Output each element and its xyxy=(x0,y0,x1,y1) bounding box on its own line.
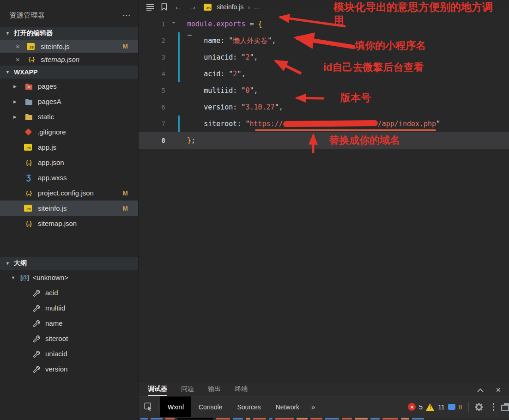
open-editor-sitemap.json[interactable]: ×{..}sitemap.json xyxy=(0,53,138,66)
dock-panels-icon[interactable] xyxy=(501,403,509,411)
code-line-2[interactable]: 2 name: "懒人外卖卷", xyxy=(139,32,509,49)
warning-badge-icon[interactable] xyxy=(426,403,435,411)
code-line-1[interactable]: 1›module.exports = {… xyxy=(139,16,509,32)
open-editor-siteinfo.js[interactable]: ×JSsiteinfo.jsM xyxy=(0,40,138,53)
back-arrow-icon[interactable]: ← xyxy=(174,2,182,12)
chevron-right-icon[interactable]: ▶ xyxy=(13,79,17,94)
chevron-down-icon: ▼ xyxy=(11,275,15,280)
more-tabs-icon[interactable]: » xyxy=(311,403,315,411)
panel-tab-问题[interactable]: 问题 xyxy=(181,385,194,396)
panel-tab-终端[interactable]: 终端 xyxy=(235,385,248,396)
more-actions-icon[interactable]: ⋯ xyxy=(122,11,131,20)
error-badge-icon[interactable] xyxy=(408,403,416,411)
console-text-fragment xyxy=(310,418,322,420)
devtools-tab-Sources[interactable]: Sources xyxy=(230,396,268,417)
fold-chevron-icon[interactable]: › xyxy=(165,20,182,24)
close-panel-icon[interactable]: × xyxy=(496,387,501,393)
project-header[interactable]: ▼ WXAPP xyxy=(0,66,138,79)
code-line-8[interactable]: 8}; xyxy=(139,132,509,149)
file-name: .gitignore xyxy=(37,128,66,136)
modified-badge: M xyxy=(122,189,128,197)
file-name: pagesA xyxy=(38,97,61,105)
console-text-fragment xyxy=(325,418,339,420)
tree-item-app.wxss[interactable]: Ʒapp.wxss xyxy=(0,170,138,185)
modified-line-indicator xyxy=(178,66,180,82)
inspect-element-icon[interactable] xyxy=(144,402,153,412)
file-name: siteinfo.js xyxy=(41,43,70,50)
line-number: 3 xyxy=(139,49,165,66)
code-line-3[interactable]: 3 uniacid: "2", xyxy=(139,49,509,66)
code-line-6[interactable]: 6 version: "3.10.27", xyxy=(139,99,509,116)
code-editor[interactable]: 1›module.exports = {…2 name: "懒人外卖卷",3 u… xyxy=(139,14,509,382)
open-editors-header[interactable]: ▼ 打开的编辑器 xyxy=(0,27,138,40)
symbol-name: multiid xyxy=(45,304,65,312)
tree-item-app.json[interactable]: {..}app.json xyxy=(0,155,138,170)
forward-arrow-icon[interactable]: → xyxy=(189,2,197,12)
code-line-4[interactable]: 4 acid: "2", xyxy=(139,66,509,82)
outline-item-siteroot[interactable]: siteroot xyxy=(0,331,138,346)
outline-item-name[interactable]: name xyxy=(0,316,138,331)
file-name: app.wxss xyxy=(38,174,67,182)
git-file-icon xyxy=(25,128,32,136)
chevron-right-icon[interactable]: ▶ xyxy=(13,94,17,109)
file-name: sitemap.json xyxy=(41,55,79,63)
outline-list-icon[interactable] xyxy=(146,4,154,11)
code-text: name: "懒人外卖卷", xyxy=(187,32,276,49)
outline-header[interactable]: ▼ 大纲 xyxy=(0,257,138,270)
tree-item-sitemap.json[interactable]: {..}sitemap.json xyxy=(0,216,138,231)
console-text-fragment xyxy=(177,418,213,420)
outline-item-acid[interactable]: acid xyxy=(0,285,138,300)
console-text-fragment xyxy=(401,418,409,420)
warning-count[interactable]: 11 xyxy=(438,403,445,411)
line-number: 1 xyxy=(139,16,165,32)
breadcrumb-file[interactable]: siteinfo.js xyxy=(217,3,243,11)
panel-tab-调试器[interactable]: 调试器 xyxy=(148,385,167,396)
wrench-icon xyxy=(31,320,41,327)
modified-line-indicator xyxy=(178,49,180,66)
file-name: static xyxy=(38,113,54,121)
settings-gear-icon[interactable] xyxy=(474,402,484,412)
code-text: acid: "2", xyxy=(187,66,245,82)
message-count[interactable]: 8 xyxy=(459,403,462,411)
breadcrumb-more[interactable]: ... xyxy=(254,3,260,11)
devtools-tab-Wxml[interactable]: Wxml xyxy=(160,396,191,417)
chevron-right-icon[interactable]: ▶ xyxy=(13,109,17,124)
tree-item-pages[interactable]: ▶ pages xyxy=(0,79,138,94)
code-line-5[interactable]: 5 multiid: "0", xyxy=(139,82,509,99)
open-editors-list: ×JSsiteinfo.jsM×{..}sitemap.json xyxy=(0,40,138,66)
chevron-down-icon: ▼ xyxy=(6,31,10,36)
devtools-tabs: WxmlConsoleSourcesNetwork xyxy=(160,396,307,417)
file-name: app.js xyxy=(38,143,56,151)
outline-item-uniacid[interactable]: uniacid xyxy=(0,346,138,361)
console-badges: 5 11 8 xyxy=(408,402,469,412)
tree-item-.gitignore[interactable]: .gitignore xyxy=(0,124,138,140)
explorer-title: 资源管理器 xyxy=(9,11,45,20)
bookmark-icon[interactable] xyxy=(161,3,167,11)
project-label: WXAPP xyxy=(14,68,37,76)
tree-item-app.js[interactable]: JSapp.js xyxy=(0,140,138,155)
error-count[interactable]: 5 xyxy=(419,403,423,411)
breadcrumb-bar: ← → JS siteinfo.js › ... xyxy=(139,0,509,14)
tree-item-pagesA[interactable]: ▶ pagesA xyxy=(0,94,138,109)
js-file-icon: JS xyxy=(204,4,212,11)
devtools-bar: WxmlConsoleSourcesNetwork » 5 11 8 xyxy=(139,396,509,417)
sidebar-title-row: 资源管理器 ⋯ xyxy=(0,0,138,27)
console-text-fragment xyxy=(246,418,250,420)
close-icon[interactable]: × xyxy=(16,43,27,50)
close-icon[interactable]: × xyxy=(16,55,27,63)
outline-item-multiid[interactable]: multiid xyxy=(0,300,138,316)
folder-icon xyxy=(24,83,33,90)
collapse-chevron-icon[interactable] xyxy=(477,388,484,392)
tree-item-siteinfo.js[interactable]: JSsiteinfo.jsM xyxy=(0,201,138,216)
panel-tab-输出[interactable]: 输出 xyxy=(208,385,221,396)
line-number: 8 xyxy=(139,132,165,149)
devtools-tab-Network[interactable]: Network xyxy=(268,396,307,417)
tree-item-static[interactable]: ▶ static xyxy=(0,109,138,124)
explorer-sidebar: 资源管理器 ⋯ ▼ 打开的编辑器 ×JSsiteinfo.jsM×{..}sit… xyxy=(0,0,139,420)
devtools-tab-Console[interactable]: Console xyxy=(191,396,230,417)
outline-item-version[interactable]: version xyxy=(0,361,138,377)
outline-root-item[interactable]: ▼ [@] <unknown> xyxy=(0,270,138,285)
kebab-menu-icon[interactable] xyxy=(493,403,495,411)
message-badge-icon[interactable] xyxy=(448,404,455,410)
tree-item-project.config.json[interactable]: {..}project.config.jsonM xyxy=(0,185,138,201)
